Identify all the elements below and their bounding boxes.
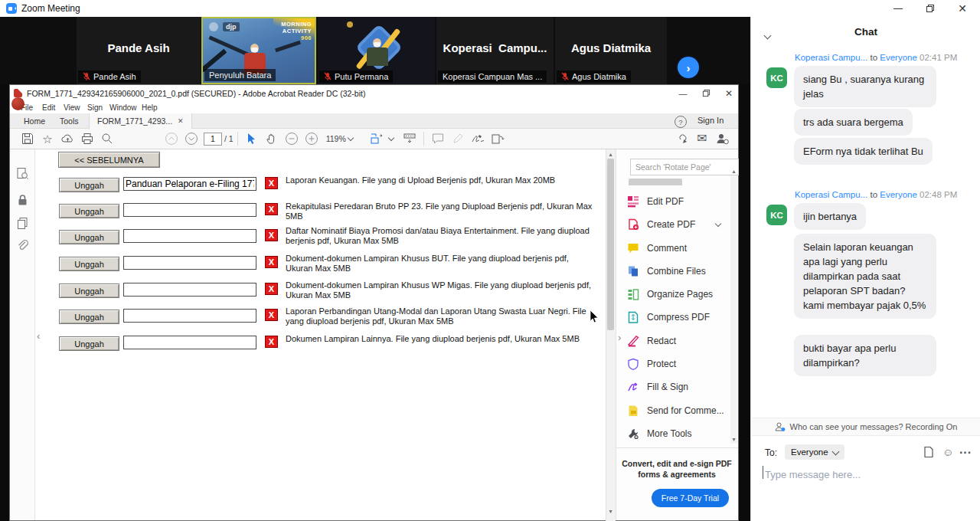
find-button[interactable] xyxy=(97,131,117,146)
tool-protect[interactable]: Protect xyxy=(627,355,725,373)
attachments-panel-button[interactable] xyxy=(16,239,29,252)
sign-tool-button[interactable] xyxy=(468,131,488,146)
highlight-tool-button[interactable] xyxy=(448,131,468,146)
menu-edit[interactable]: Edit xyxy=(42,103,55,112)
close-button[interactable]: ✕ xyxy=(951,2,974,15)
menu-sign[interactable]: Sign xyxy=(87,103,103,112)
participant-tile-agus-diatmika[interactable]: Agus Diatmika Agus Diatmika xyxy=(555,17,667,84)
create-pdf-caret-icon[interactable] xyxy=(715,220,721,226)
comment-tool-button[interactable] xyxy=(428,131,448,146)
acrobat-close-button[interactable]: ✕ xyxy=(718,86,740,100)
page-thumbnails-panel-button[interactable] xyxy=(16,217,29,230)
emoji-button[interactable]: ☺ xyxy=(942,446,953,458)
sender-name[interactable]: Koperasi Campu... xyxy=(795,190,867,199)
upload-button[interactable]: Unggah xyxy=(59,336,119,351)
minimize-button[interactable]: — xyxy=(887,2,910,15)
menu-window[interactable]: Window xyxy=(109,103,137,112)
next-page-chevron[interactable]: › xyxy=(618,332,621,343)
fit-caret-icon[interactable] xyxy=(388,134,394,140)
menu-help[interactable]: Help xyxy=(142,103,158,112)
zoom-in-button[interactable] xyxy=(302,131,322,146)
rotate-stamp-button[interactable] xyxy=(488,131,508,146)
upload-button[interactable]: Unggah xyxy=(59,283,119,298)
panel-scroll-down-arrow[interactable]: ▾ xyxy=(729,436,739,443)
scrollbar-thumb[interactable] xyxy=(607,159,614,330)
more-options-button[interactable]: ··· xyxy=(959,446,972,460)
free-trial-button[interactable]: Free 7-Day Trial xyxy=(652,489,729,507)
select-tool-button[interactable] xyxy=(242,131,262,146)
recipient-name[interactable]: Everyone xyxy=(880,190,917,199)
attachment-missing-icon: X xyxy=(265,203,278,215)
tool-redact[interactable]: Redact xyxy=(627,332,725,350)
recipient-selector[interactable]: Everyone xyxy=(785,444,844,460)
tool-combine-files[interactable]: Combine Files xyxy=(627,262,725,280)
tools-search-input[interactable] xyxy=(630,159,739,175)
scroll-up-arrow[interactable]: ▴ xyxy=(606,151,616,158)
share-link-button[interactable] xyxy=(672,131,692,146)
participant-tile-putu-permana[interactable]: Putu Permana xyxy=(318,17,435,84)
upload-filename-input[interactable] xyxy=(123,283,256,297)
panel-scroll-up-arrow[interactable]: ▴ xyxy=(729,168,739,175)
hand-tool-button[interactable] xyxy=(262,131,282,146)
tool-comment[interactable]: Comment xyxy=(627,239,725,257)
favorites-star-button[interactable]: ☆ xyxy=(38,131,57,146)
upload-button[interactable]: Unggah xyxy=(59,310,119,324)
print-button[interactable] xyxy=(77,131,97,146)
attachment-missing-icon: X xyxy=(265,336,278,348)
tab-close-icon[interactable]: ✕ xyxy=(178,117,184,125)
chat-message-input[interactable] xyxy=(763,464,972,484)
upload-filename-input[interactable] xyxy=(123,256,256,270)
muted-mic-icon xyxy=(83,72,90,81)
tool-organize-pages[interactable]: Organize Pages xyxy=(627,285,725,303)
zoom-caret-icon[interactable] xyxy=(348,134,354,140)
tool-fill-sign[interactable]: Fill & Sign xyxy=(627,378,725,396)
prev-page-chevron[interactable]: ‹ xyxy=(37,330,40,342)
restore-button[interactable] xyxy=(919,2,942,15)
upload-button[interactable]: Unggah xyxy=(59,230,119,244)
attach-file-button[interactable] xyxy=(923,446,934,458)
acrobat-minimize-button[interactable]: — xyxy=(672,86,694,100)
tool-edit-pdf[interactable]: Edit PDF xyxy=(627,192,725,211)
upload-filename-input[interactable] xyxy=(123,177,256,191)
security-panel-button[interactable] xyxy=(16,194,29,207)
request-signature-button[interactable] xyxy=(712,131,732,146)
upload-button[interactable]: Unggah xyxy=(59,204,119,218)
zoom-level-value[interactable]: 119% xyxy=(326,134,346,143)
previous-form-page-button[interactable]: << SEBELUMNYA xyxy=(58,152,160,168)
tool-compress-pdf[interactable]: Compress PDF xyxy=(627,308,725,326)
scroll-down-arrow[interactable]: ▾ xyxy=(606,508,616,515)
upload-filename-input[interactable] xyxy=(123,229,256,243)
next-participants-button[interactable]: › xyxy=(678,57,699,78)
upload-filename-input[interactable] xyxy=(123,309,256,323)
upload-button[interactable]: Unggah xyxy=(59,257,119,271)
share-cloud-button[interactable] xyxy=(57,131,77,146)
menu-view[interactable]: View xyxy=(64,103,80,112)
tab-home[interactable]: Home xyxy=(16,113,53,129)
sender-name[interactable]: Koperasi Campu... xyxy=(795,53,867,62)
page-number-input[interactable] xyxy=(204,133,222,146)
tool-more-tools[interactable]: More Tools xyxy=(627,424,725,443)
next-page-button[interactable] xyxy=(181,131,201,146)
acrobat-restore-button[interactable] xyxy=(695,86,717,100)
zoom-out-button[interactable] xyxy=(282,131,302,146)
tab-document[interactable]: FORM_1771_4293... ✕ xyxy=(89,113,192,129)
help-icon[interactable]: ? xyxy=(675,116,687,128)
upload-button[interactable]: Unggah xyxy=(59,178,119,192)
tool-create-pdf[interactable]: Create PDF xyxy=(627,215,725,234)
participant-tile-penyuluh-batara[interactable]: djp MORNING ACTIVITY 906 Penyuluh Batara xyxy=(201,17,316,84)
fit-width-button[interactable] xyxy=(367,131,387,146)
upload-filename-input[interactable] xyxy=(123,203,256,217)
export-pdf-panel-button[interactable] xyxy=(16,167,29,180)
save-button[interactable] xyxy=(18,131,38,146)
participant-tile-koperasi[interactable]: Koperasi Campu... Koperasi Campuan Mas .… xyxy=(436,17,554,84)
read-mode-button[interactable] xyxy=(400,131,420,146)
sign-in-button[interactable]: Sign In xyxy=(697,116,724,125)
tab-tools[interactable]: Tools xyxy=(52,113,87,129)
tools-panel-scrollbar[interactable] xyxy=(730,175,737,444)
participant-tile-pande-asih[interactable]: Pande Asih Pande Asih xyxy=(77,17,201,84)
recipient-name[interactable]: Everyone xyxy=(880,53,917,62)
email-button[interactable]: ✉ xyxy=(692,131,712,146)
tool-send-for-comments[interactable]: Send for Comme... xyxy=(627,401,725,420)
upload-filename-input[interactable] xyxy=(123,336,256,349)
previous-page-button[interactable] xyxy=(162,131,181,146)
